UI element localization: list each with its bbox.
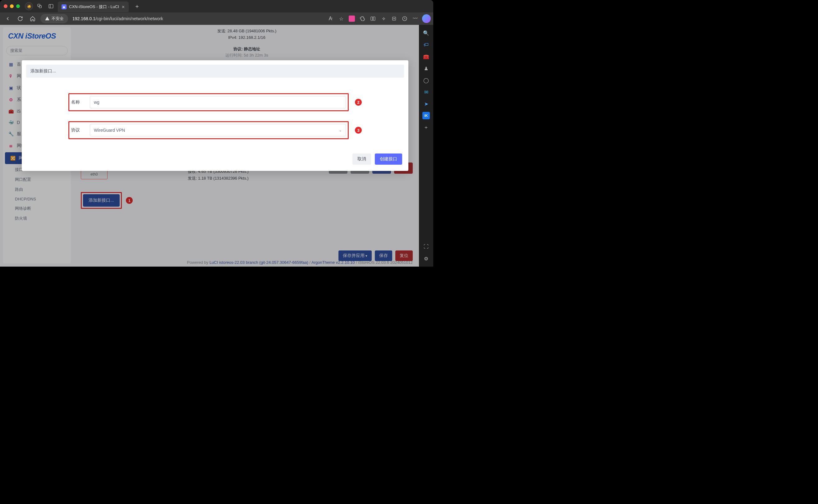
panel-toggle-icon[interactable] bbox=[47, 2, 55, 11]
maximize-window-icon[interactable] bbox=[16, 4, 20, 8]
rail-settings-icon[interactable]: ⚙ bbox=[422, 255, 430, 262]
protocol-label: 协议 bbox=[71, 127, 86, 133]
read-aloud-icon[interactable]: A⁾ bbox=[326, 14, 335, 23]
tab-favicon-icon: ◆ bbox=[62, 4, 67, 9]
insecure-label: 不安全 bbox=[52, 16, 64, 21]
svg-rect-5 bbox=[373, 17, 375, 21]
browser-side-rail: 🔍 🏷 🧰 ♟ ◯ ✉ ➤ iK ＋ ⛶ ⚙ bbox=[419, 25, 433, 267]
modal-form: 名称 2 协议 WireGuard VPN ⌄ 3 bbox=[22, 82, 408, 147]
collections-icon[interactable] bbox=[390, 14, 398, 23]
reload-button[interactable] bbox=[16, 14, 25, 23]
titlebar: 🧔 ◆ CXN-iStoreOS - 接口 - LuCI ✕ ＋ bbox=[0, 0, 433, 12]
protocol-select[interactable]: WireGuard VPN ⌄ bbox=[90, 124, 346, 136]
extensions-icon[interactable] bbox=[358, 14, 367, 23]
minimize-window-icon[interactable] bbox=[10, 4, 14, 8]
history-icon[interactable] bbox=[400, 14, 409, 23]
workspaces-icon[interactable] bbox=[35, 2, 44, 11]
rail-screenshot-icon[interactable]: ⛶ bbox=[422, 243, 430, 250]
name-label: 名称 bbox=[71, 99, 86, 105]
rail-search-icon[interactable]: 🔍 bbox=[422, 29, 430, 37]
create-interface-button[interactable]: 创建接口 bbox=[375, 153, 402, 165]
rail-send-icon[interactable]: ➤ bbox=[422, 100, 430, 108]
add-interface-modal: 添加新接口... 名称 2 协议 WireGuard VPN ⌄ 3 bbox=[22, 60, 408, 171]
rail-ik-icon[interactable]: iK bbox=[422, 112, 430, 119]
rail-shopping-icon[interactable]: 🏷 bbox=[422, 41, 430, 48]
protocol-value: WireGuard VPN bbox=[94, 128, 125, 133]
window-controls[interactable] bbox=[4, 4, 20, 8]
annotation-2: 2 bbox=[355, 99, 362, 106]
modal-title: 添加新接口... bbox=[26, 65, 404, 78]
new-tab-button[interactable]: ＋ bbox=[131, 2, 143, 10]
cancel-button[interactable]: 取消 bbox=[352, 153, 371, 165]
rail-add-icon[interactable]: ＋ bbox=[422, 124, 430, 131]
close-window-icon[interactable] bbox=[4, 4, 7, 8]
copilot-icon[interactable] bbox=[422, 14, 431, 23]
profile-avatar[interactable]: 🧔 bbox=[25, 2, 33, 10]
protocol-row: 协议 WireGuard VPN ⌄ bbox=[68, 121, 349, 139]
extension-pink-icon[interactable] bbox=[347, 14, 356, 23]
security-status[interactable]: 不安全 bbox=[40, 14, 68, 23]
annotation-3: 3 bbox=[355, 127, 362, 134]
svg-rect-2 bbox=[49, 4, 53, 8]
name-input[interactable] bbox=[90, 96, 346, 108]
home-button[interactable] bbox=[28, 14, 37, 23]
rail-m365-icon[interactable]: ◯ bbox=[422, 76, 430, 84]
tab-close-icon[interactable]: ✕ bbox=[122, 5, 125, 9]
svg-rect-0 bbox=[38, 4, 40, 7]
modal-actions: 取消 创建接口 bbox=[22, 147, 408, 165]
chevron-down-icon: ⌄ bbox=[339, 128, 342, 132]
browser-tab[interactable]: ◆ CXN-iStoreOS - 接口 - LuCI ✕ bbox=[58, 2, 129, 12]
tab-title: CXN-iStoreOS - 接口 - LuCI bbox=[69, 4, 119, 10]
performance-icon[interactable]: 〰 bbox=[411, 14, 420, 23]
svg-rect-1 bbox=[39, 6, 42, 8]
svg-rect-4 bbox=[371, 17, 373, 21]
address-bar: 不安全 192.168.0.1/cgi-bin/luci/admin/netwo… bbox=[0, 12, 433, 25]
page-content: CXN iStoreOS 搜索菜 ▦首 🎙网 ▣状 ⚙系 🧰iS 🐳D 🔧服 ≣… bbox=[0, 25, 419, 267]
split-screen-icon[interactable] bbox=[369, 14, 377, 23]
rail-games-icon[interactable]: ♟ bbox=[422, 65, 430, 72]
favorites-bar-icon[interactable]: ✧ bbox=[379, 14, 388, 23]
rail-tools-icon[interactable]: 🧰 bbox=[422, 53, 430, 60]
back-button[interactable] bbox=[3, 14, 12, 23]
name-row: 名称 bbox=[68, 93, 349, 111]
rail-outlook-icon[interactable]: ✉ bbox=[422, 88, 430, 96]
browser-chrome: 🧔 ◆ CXN-iStoreOS - 接口 - LuCI ✕ ＋ 不安全 192… bbox=[0, 0, 433, 25]
favorite-icon[interactable]: ☆ bbox=[337, 14, 346, 23]
warning-icon bbox=[45, 16, 50, 21]
url-display[interactable]: 192.168.0.1/cgi-bin/luci/admin/network/n… bbox=[72, 16, 323, 21]
